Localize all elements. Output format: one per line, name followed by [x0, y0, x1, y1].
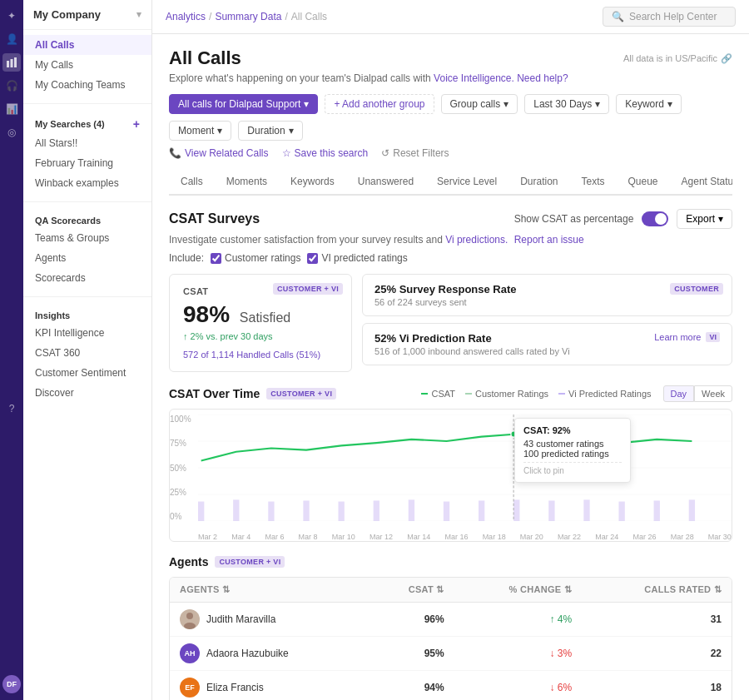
x-mar2: Mar 2: [198, 533, 217, 541]
tab-agent-status[interactable]: Agent Status: [670, 169, 732, 196]
export-button[interactable]: Export ▾: [677, 209, 732, 229]
th-calls-rated[interactable]: CALLS RATED ⇅: [582, 578, 732, 603]
tab-duration[interactable]: Duration: [508, 169, 569, 196]
filter-all-calls-chevron: ▾: [304, 98, 309, 110]
week-button[interactable]: Week: [694, 385, 732, 402]
y-axis-50: 50%: [170, 464, 198, 473]
sidebar-item-customer-sentiment[interactable]: Customer Sentiment: [23, 363, 151, 383]
icon-home[interactable]: ✦: [2, 7, 21, 25]
vi-ratings-checkbox[interactable]: [307, 253, 318, 264]
customer-ratings-checkbox-label[interactable]: Customer ratings: [211, 252, 300, 264]
sidebar-item-coaching-teams[interactable]: My Coaching Teams: [23, 75, 151, 95]
page-title-row: All Calls All data is in US/Pacific 🔗: [169, 47, 732, 69]
sidebar-item-all-calls[interactable]: All Calls: [23, 35, 151, 55]
agent-avatar: [180, 609, 200, 629]
y-axis-0: 0%: [170, 512, 198, 521]
filter-add-group[interactable]: + Add another group: [325, 94, 434, 114]
agents-title: Agents: [169, 555, 208, 568]
tab-queue[interactable]: Queue: [617, 169, 670, 196]
icon-circle[interactable]: ◎: [2, 123, 21, 141]
sidebar-item-discover[interactable]: Discover: [23, 383, 151, 403]
sidebar-item-search-0[interactable]: All Stars!!: [23, 133, 151, 153]
legend-customer: Customer Ratings: [465, 389, 548, 399]
vi-learn-more-link[interactable]: Learn more: [654, 332, 701, 342]
icon-user[interactable]: 👤: [2, 30, 21, 48]
sidebar-item-agents[interactable]: Agents: [23, 248, 151, 268]
tab-texts[interactable]: Texts: [570, 169, 617, 196]
user-avatar[interactable]: DF: [2, 675, 21, 693]
tab-keywords[interactable]: Keywords: [279, 169, 346, 196]
vi-predictions-link[interactable]: Vi predictions.: [445, 234, 508, 246]
duration-label: Duration: [247, 125, 285, 137]
nav-section-calls: All Calls My Calls My Coaching Teams: [23, 30, 151, 100]
icon-help[interactable]: ?: [2, 400, 21, 418]
breadcrumb-sep-1: /: [209, 11, 211, 22]
filter-moment[interactable]: Moment ▾: [169, 121, 231, 141]
agent-name-cell: EF Eliza Francis: [170, 671, 368, 701]
sidebar-item-csat360[interactable]: CSAT 360: [23, 343, 151, 363]
tab-unanswered[interactable]: Unanswered: [346, 169, 425, 196]
th-csat[interactable]: CSAT ⇅: [368, 578, 454, 603]
breadcrumb-summary-data[interactable]: Summary Data: [215, 11, 281, 22]
sidebar-item-teams-groups[interactable]: Teams & Groups: [23, 228, 151, 248]
x-mar6: Mar 6: [265, 533, 284, 541]
tab-service-level[interactable]: Service Level: [425, 169, 508, 196]
th-change[interactable]: % CHANGE ⇅: [454, 578, 582, 603]
sidebar-item-my-calls[interactable]: My Calls: [23, 55, 151, 75]
filter-group-calls[interactable]: Group calls ▾: [441, 94, 518, 114]
vi-ratings-checkbox-label[interactable]: VI predicted ratings: [307, 252, 407, 264]
divider-3: [23, 296, 151, 297]
sidebar-item-scorecards[interactable]: Scorecards: [23, 268, 151, 288]
svg-point-25: [186, 613, 193, 619]
svg-rect-10: [268, 502, 274, 521]
filter-duration[interactable]: Duration ▾: [238, 121, 302, 141]
filter-last-30-days[interactable]: Last 30 Days ▾: [524, 94, 609, 114]
tab-moments[interactable]: Moments: [215, 169, 279, 196]
percentage-toggle[interactable]: [642, 211, 668, 226]
agent-name: Eliza Francis: [206, 682, 264, 693]
table-row: EF Eliza Francis 94% ↓ 6% 18: [170, 671, 732, 701]
main-stat-link[interactable]: 572 of 1,114 Handled Calls (51%): [183, 350, 338, 360]
table-header-row: AGENTS ⇅ CSAT ⇅ % CHANGE ⇅ CALLS RATED ⇅: [170, 578, 732, 603]
add-search-icon[interactable]: +: [133, 117, 140, 131]
company-chevron: ▾: [136, 9, 141, 20]
help-search-box[interactable]: 🔍 Search Help Center: [603, 7, 736, 27]
icon-chart[interactable]: 📊: [2, 100, 21, 118]
day-button[interactable]: Day: [663, 385, 695, 402]
sidebar-item-kpi[interactable]: KPI Intelligence: [23, 323, 151, 343]
main-stat-percent: 98%: [183, 301, 230, 327]
agent-calls-rated: 18: [582, 671, 732, 701]
include-row: Include: Customer ratings VI predicted r…: [169, 252, 732, 264]
icon-headset[interactable]: 🎧: [2, 77, 21, 95]
need-help-link[interactable]: Need help?: [517, 72, 568, 84]
main-content: Analytics / Summary Data / All Calls 🔍 S…: [152, 0, 749, 700]
reset-filters[interactable]: ↺ Reset Filters: [381, 147, 449, 159]
report-issue-link[interactable]: Report an issue: [514, 234, 584, 246]
x-mar26: Mar 26: [632, 533, 656, 541]
agent-change: ↑ 4%: [454, 603, 582, 637]
insights-label: Insights: [35, 310, 70, 320]
tab-calls[interactable]: Calls: [169, 169, 215, 196]
company-name[interactable]: My Company ▾: [23, 0, 151, 30]
sidebar-item-search-2[interactable]: Winback examples: [23, 173, 151, 193]
agent-name-cell: AH Adaora Hazubuike: [170, 637, 368, 671]
y-axis-100: 100%: [170, 415, 198, 424]
sidebar-item-search-1[interactable]: February Training: [23, 153, 151, 173]
y-axis-25: 25%: [170, 488, 198, 497]
voice-intelligence-link[interactable]: Voice Intelligence.: [434, 72, 514, 84]
svg-rect-9: [233, 499, 239, 521]
icon-analytics[interactable]: [2, 53, 21, 72]
filter-keyword[interactable]: Keyword ▾: [616, 94, 682, 114]
breadcrumb-analytics[interactable]: Analytics: [166, 11, 206, 22]
main-stat-card: CSAT 98% Satisfied ↑ 2% vs. prev 30 days…: [169, 274, 352, 372]
view-related-calls[interactable]: 📞 View Related Calls: [169, 147, 269, 159]
filter-all-calls[interactable]: All calls for Dialpad Support ▾: [169, 94, 318, 114]
x-mar22: Mar 22: [558, 533, 581, 541]
customer-ratings-checkbox[interactable]: [211, 253, 221, 264]
save-search[interactable]: ☆ Save this search: [282, 147, 369, 159]
svg-point-24: [511, 431, 516, 437]
chart-day-week: Day Week: [663, 385, 732, 402]
th-agents[interactable]: AGENTS ⇅: [170, 578, 368, 603]
svg-rect-18: [548, 500, 554, 521]
breadcrumb: Analytics / Summary Data / All Calls: [166, 11, 327, 22]
